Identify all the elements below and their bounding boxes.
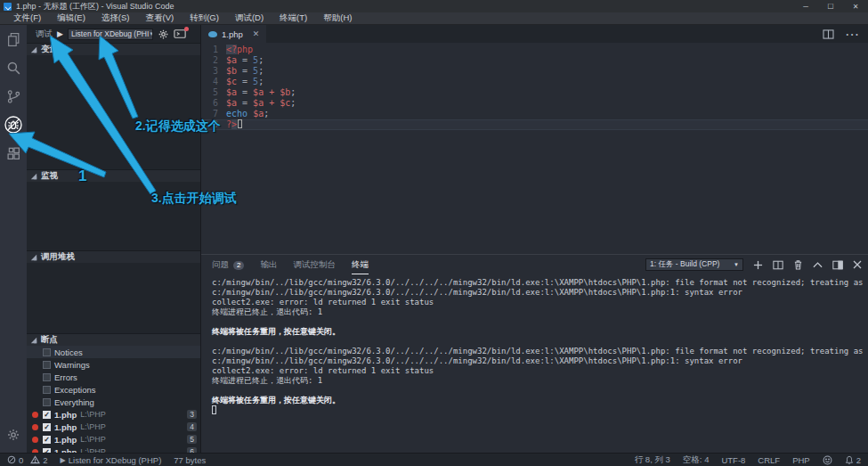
debug-sidebar: 调试 ▶ Listen for XDebug (PHI ▼ 变量	[27, 25, 200, 453]
debug-console-icon[interactable]	[174, 29, 187, 39]
extensions-icon[interactable]	[0, 139, 27, 168]
feedback-smiley-icon[interactable]	[823, 455, 832, 465]
menu-item[interactable]: 调试(D)	[227, 12, 272, 24]
code-token: =	[237, 98, 253, 108]
breakpoint-line-badge: 4	[187, 422, 197, 431]
manage-gear-icon[interactable]	[0, 421, 27, 449]
terminal-line	[212, 405, 868, 417]
line-number: 7	[201, 109, 226, 119]
close-panel-icon[interactable]	[853, 260, 862, 269]
split-terminal-icon[interactable]	[773, 260, 783, 270]
chevron-expanded-icon	[31, 337, 37, 342]
call-stack-body	[27, 263, 200, 333]
code-editor[interactable]: 1<?php2$a = 5;3$b = 5;4$c = 5;5$a = $a +…	[201, 43, 868, 254]
eol-status[interactable]: CRLF	[758, 455, 780, 465]
terminal-dropdown[interactable]: 1: 任务 - Build (CPP) ▼	[645, 258, 743, 271]
debug-status[interactable]: ▶ Listen for XDebug (PHP)	[61, 455, 162, 465]
menu-item[interactable]: 编辑(E)	[49, 12, 93, 24]
menu-item[interactable]: 终端(T)	[272, 12, 315, 24]
code-text: $a = $a + $c;	[226, 98, 296, 109]
line-number: 8	[201, 119, 226, 130]
panel-tab-终端[interactable]: 终端	[352, 256, 369, 274]
cursor-position-status[interactable]: 行 8, 列 3	[635, 454, 670, 466]
terminal-line: collect2.exe: error: ld returned 1 exit …	[212, 366, 868, 376]
section-watch[interactable]: 监视	[27, 169, 200, 182]
encoding-status[interactable]: UTF-8	[721, 455, 745, 465]
checkbox[interactable]	[43, 348, 51, 356]
breakpoint-file-name: 1.php	[54, 435, 77, 445]
file-breakpoint-row[interactable]: ✓1.phpL:\PHP5	[27, 433, 200, 446]
search-icon[interactable]	[0, 53, 27, 82]
file-breakpoint-row[interactable]: ✓1.phpL:\PHP3	[27, 408, 200, 421]
debug-icon[interactable]	[0, 110, 27, 139]
title-bar: 1.php - 无标题 (工作区) - Visual Studio Code ─…	[0, 0, 868, 12]
launch-config-dropdown[interactable]: Listen for XDebug (PHI ▼	[68, 29, 153, 40]
terminal-output[interactable]: c:/mingw/bin/../lib/gcc/mingw32/6.3.0/..…	[201, 278, 868, 453]
section-variables[interactable]: 变量	[27, 43, 200, 55]
breakpoint-option-row[interactable]: Exceptions	[27, 383, 200, 396]
menu-bar: 文件(F)编辑(E)选择(S)查看(V)转到(G)调试(D)终端(T)帮助(H)	[0, 12, 868, 25]
terminal-line: 终端进程已终止，退出代码: 1	[212, 307, 868, 317]
language-status[interactable]: PHP	[792, 455, 810, 465]
code-token: $a	[226, 87, 237, 97]
breakpoint-option-row[interactable]: Everything	[27, 396, 200, 408]
code-text: $a = 5;	[226, 55, 264, 66]
panel-tab-调试控制台[interactable]: 调试控制台	[293, 256, 336, 274]
checkbox[interactable]	[43, 373, 51, 381]
breakpoint-option-row[interactable]: Errors	[27, 371, 200, 383]
file-breakpoint-row[interactable]: ✓1.phpL:\PHP4	[27, 421, 200, 433]
tab-1php[interactable]: 1.php ✕	[201, 25, 266, 43]
checkbox[interactable]: ✓	[43, 423, 51, 431]
window-title: 1.php - 无标题 (工作区) - Visual Studio Code	[16, 1, 174, 12]
menu-item[interactable]: 选择(S)	[93, 12, 138, 24]
checkbox[interactable]	[43, 398, 51, 406]
line-number: 3	[201, 66, 226, 77]
code-token: +	[264, 98, 280, 108]
source-control-icon[interactable]	[0, 82, 27, 110]
explorer-icon[interactable]	[0, 25, 27, 53]
more-actions-icon[interactable]: ⋯	[845, 26, 859, 43]
split-editor-icon[interactable]	[823, 29, 834, 39]
new-terminal-icon[interactable]	[753, 260, 763, 270]
terminal-line: collect2.exe: error: ld returned 1 exit …	[212, 298, 868, 307]
panel-tab-问题[interactable]: 问题2	[212, 256, 244, 274]
code-token: ;	[258, 66, 264, 76]
notifications-bell[interactable]: 2	[845, 455, 861, 465]
problems-status[interactable]: 0 2	[7, 455, 48, 465]
checkbox[interactable]	[43, 386, 51, 394]
terminal-line	[212, 317, 868, 327]
breakpoint-line-badge: 5	[187, 435, 197, 444]
close-tab-icon[interactable]: ✕	[253, 29, 260, 38]
checkbox[interactable]: ✓	[43, 436, 51, 444]
kill-terminal-trash-icon[interactable]	[793, 259, 803, 270]
breakpoint-option-row[interactable]: Notices	[27, 346, 200, 358]
menu-item[interactable]: 帮助(H)	[315, 12, 360, 24]
section-call-stack[interactable]: 调用堆栈	[27, 250, 200, 263]
maximize-panel-icon[interactable]	[813, 261, 823, 268]
menu-item[interactable]: 查看(V)	[137, 12, 182, 24]
code-token: =	[237, 77, 253, 86]
breakpoint-option-row[interactable]: Warnings	[27, 358, 200, 371]
code-text: <?php	[226, 45, 253, 55]
section-breakpoints[interactable]: 断点	[27, 333, 200, 346]
code-token: $a	[226, 98, 237, 108]
menu-item[interactable]: 转到(G)	[182, 12, 227, 24]
maximize-button[interactable]: ☐	[818, 0, 843, 12]
panel-header: 问题2输出调试控制台终端 1: 任务 - Build (CPP) ▼	[201, 255, 868, 274]
menu-item[interactable]: 文件(F)	[5, 12, 49, 24]
checkbox[interactable]	[43, 361, 51, 369]
start-debug-button[interactable]: ▶	[57, 29, 63, 38]
checkbox[interactable]: ✓	[43, 411, 51, 419]
watch-body	[27, 182, 200, 250]
indentation-status[interactable]: 空格: 4	[683, 454, 710, 466]
minimize-button[interactable]: ─	[793, 0, 818, 12]
terminal-line: c:/mingw/bin/../lib/gcc/mingw32/6.3.0/..…	[212, 356, 868, 366]
configure-gear-icon[interactable]	[158, 29, 169, 40]
panel-position-icon[interactable]	[832, 260, 843, 270]
panel-tab-输出[interactable]: 输出	[260, 256, 277, 274]
close-button[interactable]: ✕	[843, 0, 868, 12]
file-breakpoint-row[interactable]: ✓1.phpL:\PHP6	[27, 446, 200, 453]
vscode-logo-icon	[4, 3, 12, 11]
play-icon: ▶	[61, 456, 66, 464]
code-token: ;	[258, 55, 264, 65]
